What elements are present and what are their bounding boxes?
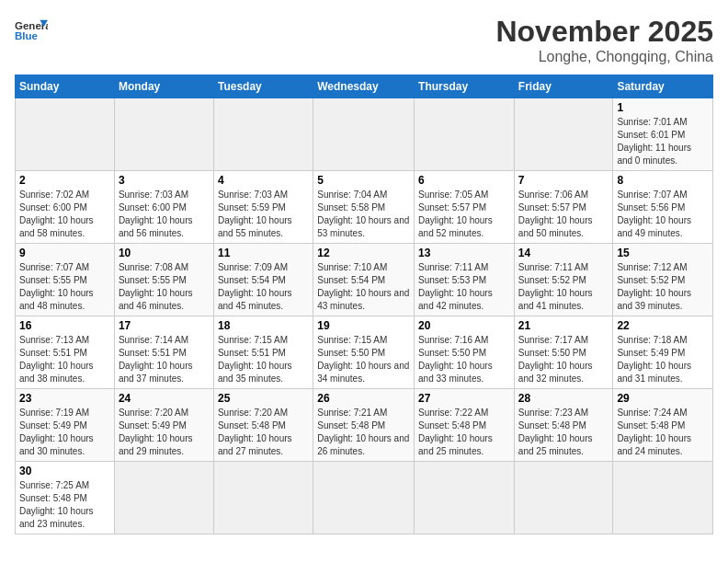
- table-cell: 27Sunrise: 7:22 AMSunset: 5:48 PMDayligh…: [415, 389, 515, 462]
- table-cell: [514, 462, 613, 534]
- day-info: Sunrise: 7:14 AMSunset: 5:51 PMDaylight:…: [119, 334, 210, 385]
- day-info: Sunrise: 7:05 AMSunset: 5:57 PMDaylight:…: [418, 189, 510, 240]
- day-info: Sunrise: 7:19 AMSunset: 5:49 PMDaylight:…: [19, 407, 110, 458]
- table-cell: 3Sunrise: 7:03 AMSunset: 6:00 PMDaylight…: [114, 171, 213, 244]
- col-thursday: Thursday: [415, 75, 515, 98]
- calendar: Sunday Monday Tuesday Wednesday Thursday…: [15, 75, 713, 534]
- day-info: Sunrise: 7:20 AMSunset: 5:48 PMDaylight:…: [218, 407, 309, 458]
- col-sunday: Sunday: [16, 75, 115, 98]
- day-info: Sunrise: 7:02 AMSunset: 6:00 PMDaylight:…: [19, 189, 110, 240]
- day-info: Sunrise: 7:08 AMSunset: 5:55 PMDaylight:…: [119, 261, 210, 313]
- day-number: 6: [418, 174, 510, 187]
- day-number: 30: [19, 465, 110, 477]
- day-number: 7: [518, 174, 609, 187]
- table-cell: 26Sunrise: 7:21 AMSunset: 5:48 PMDayligh…: [313, 389, 415, 462]
- day-number: 19: [317, 319, 410, 332]
- day-number: 23: [19, 392, 110, 405]
- day-number: 1: [617, 101, 709, 114]
- table-cell: [114, 98, 213, 171]
- day-info: Sunrise: 7:07 AMSunset: 5:55 PMDaylight:…: [19, 261, 110, 313]
- day-info: Sunrise: 7:11 AMSunset: 5:53 PMDaylight:…: [418, 261, 510, 313]
- day-info: Sunrise: 7:23 AMSunset: 5:48 PMDaylight:…: [518, 407, 609, 458]
- table-cell: [213, 98, 313, 171]
- day-number: 4: [218, 174, 309, 187]
- table-cell: 22Sunrise: 7:18 AMSunset: 5:49 PMDayligh…: [613, 316, 713, 389]
- table-cell: 19Sunrise: 7:15 AMSunset: 5:50 PMDayligh…: [313, 316, 415, 389]
- table-cell: [514, 98, 613, 171]
- day-number: 20: [418, 319, 510, 332]
- day-number: 15: [617, 247, 709, 259]
- day-info: Sunrise: 7:20 AMSunset: 5:49 PMDaylight:…: [119, 407, 210, 458]
- table-cell: 18Sunrise: 7:15 AMSunset: 5:51 PMDayligh…: [213, 316, 313, 389]
- day-info: Sunrise: 7:25 AMSunset: 5:48 PMDaylight:…: [19, 479, 110, 531]
- table-cell: [114, 462, 213, 534]
- table-cell: 8Sunrise: 7:07 AMSunset: 5:56 PMDaylight…: [613, 171, 713, 244]
- table-cell: 6Sunrise: 7:05 AMSunset: 5:57 PMDaylight…: [415, 171, 515, 244]
- table-cell: [213, 462, 313, 534]
- table-cell: 21Sunrise: 7:17 AMSunset: 5:50 PMDayligh…: [514, 316, 613, 389]
- table-cell: [415, 462, 515, 534]
- day-info: Sunrise: 7:10 AMSunset: 5:54 PMDaylight:…: [317, 261, 410, 313]
- table-cell: [613, 462, 713, 534]
- table-cell: 20Sunrise: 7:16 AMSunset: 5:50 PMDayligh…: [415, 316, 515, 389]
- title-block: November 2025 Longhe, Chongqing, China: [495, 15, 713, 65]
- day-number: 11: [218, 247, 309, 259]
- table-cell: 23Sunrise: 7:19 AMSunset: 5:49 PMDayligh…: [16, 389, 115, 462]
- table-cell: 4Sunrise: 7:03 AMSunset: 5:59 PMDaylight…: [213, 171, 313, 244]
- day-number: 13: [418, 247, 510, 259]
- day-number: 14: [518, 247, 609, 259]
- day-number: 5: [317, 174, 410, 187]
- page: General Blue November 2025 Longhe, Chong…: [0, 0, 728, 563]
- day-number: 21: [518, 319, 609, 332]
- logo: General Blue: [15, 15, 48, 48]
- day-number: 16: [19, 319, 110, 332]
- col-wednesday: Wednesday: [313, 75, 415, 98]
- logo-icon: General Blue: [15, 15, 48, 48]
- month-title: November 2025: [495, 15, 713, 49]
- day-number: 26: [317, 392, 410, 405]
- col-monday: Monday: [114, 75, 213, 98]
- table-cell: 7Sunrise: 7:06 AMSunset: 5:57 PMDaylight…: [514, 171, 613, 244]
- table-cell: 9Sunrise: 7:07 AMSunset: 5:55 PMDaylight…: [16, 244, 115, 316]
- day-info: Sunrise: 7:03 AMSunset: 6:00 PMDaylight:…: [119, 189, 210, 240]
- table-cell: 24Sunrise: 7:20 AMSunset: 5:49 PMDayligh…: [114, 389, 213, 462]
- day-number: 3: [119, 174, 210, 187]
- table-cell: 17Sunrise: 7:14 AMSunset: 5:51 PMDayligh…: [114, 316, 213, 389]
- day-info: Sunrise: 7:16 AMSunset: 5:50 PMDaylight:…: [418, 334, 510, 385]
- table-cell: [313, 462, 415, 534]
- day-info: Sunrise: 7:07 AMSunset: 5:56 PMDaylight:…: [617, 189, 709, 240]
- day-number: 22: [617, 319, 709, 332]
- day-number: 28: [518, 392, 609, 405]
- day-info: Sunrise: 7:04 AMSunset: 5:58 PMDaylight:…: [317, 189, 410, 240]
- col-tuesday: Tuesday: [213, 75, 313, 98]
- table-cell: [415, 98, 515, 171]
- day-number: 10: [119, 247, 210, 259]
- table-cell: 1Sunrise: 7:01 AMSunset: 6:01 PMDaylight…: [613, 98, 713, 171]
- day-info: Sunrise: 7:21 AMSunset: 5:48 PMDaylight:…: [317, 407, 410, 458]
- day-info: Sunrise: 7:06 AMSunset: 5:57 PMDaylight:…: [518, 189, 609, 240]
- day-number: 24: [119, 392, 210, 405]
- table-cell: 25Sunrise: 7:20 AMSunset: 5:48 PMDayligh…: [213, 389, 313, 462]
- table-cell: 5Sunrise: 7:04 AMSunset: 5:58 PMDaylight…: [313, 171, 415, 244]
- table-cell: 12Sunrise: 7:10 AMSunset: 5:54 PMDayligh…: [313, 244, 415, 316]
- day-info: Sunrise: 7:17 AMSunset: 5:50 PMDaylight:…: [518, 334, 609, 385]
- day-number: 9: [19, 247, 110, 259]
- day-number: 12: [317, 247, 410, 259]
- table-cell: 13Sunrise: 7:11 AMSunset: 5:53 PMDayligh…: [415, 244, 515, 316]
- table-cell: 28Sunrise: 7:23 AMSunset: 5:48 PMDayligh…: [514, 389, 613, 462]
- day-info: Sunrise: 7:18 AMSunset: 5:49 PMDaylight:…: [617, 334, 709, 385]
- table-cell: 14Sunrise: 7:11 AMSunset: 5:52 PMDayligh…: [514, 244, 613, 316]
- table-cell: 11Sunrise: 7:09 AMSunset: 5:54 PMDayligh…: [213, 244, 313, 316]
- col-saturday: Saturday: [613, 75, 713, 98]
- header: General Blue November 2025 Longhe, Chong…: [15, 15, 713, 65]
- day-info: Sunrise: 7:13 AMSunset: 5:51 PMDaylight:…: [19, 334, 110, 385]
- day-info: Sunrise: 7:24 AMSunset: 5:48 PMDaylight:…: [617, 407, 709, 458]
- table-cell: 10Sunrise: 7:08 AMSunset: 5:55 PMDayligh…: [114, 244, 213, 316]
- day-info: Sunrise: 7:11 AMSunset: 5:52 PMDaylight:…: [518, 261, 609, 313]
- day-info: Sunrise: 7:22 AMSunset: 5:48 PMDaylight:…: [418, 407, 510, 458]
- table-cell: 30Sunrise: 7:25 AMSunset: 5:48 PMDayligh…: [16, 462, 115, 534]
- col-friday: Friday: [514, 75, 613, 98]
- day-info: Sunrise: 7:01 AMSunset: 6:01 PMDaylight:…: [617, 116, 709, 167]
- table-cell: 29Sunrise: 7:24 AMSunset: 5:48 PMDayligh…: [613, 389, 713, 462]
- day-info: Sunrise: 7:15 AMSunset: 5:50 PMDaylight:…: [317, 334, 410, 385]
